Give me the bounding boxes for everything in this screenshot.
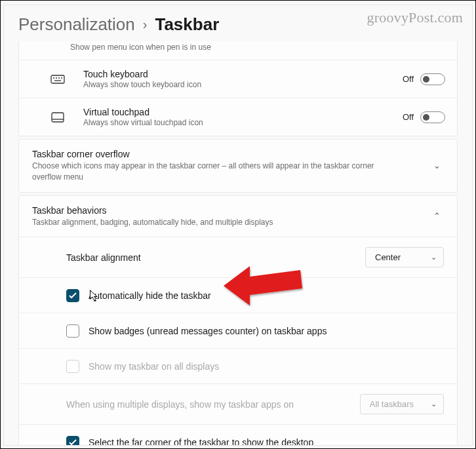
multi-display-label: When using multiple displays, show my ta… xyxy=(66,399,360,410)
taskbar-behaviors-header[interactable]: Taskbar behaviors Taskbar alignment, bad… xyxy=(19,196,457,237)
touch-keyboard-toggle[interactable] xyxy=(420,73,445,85)
virtual-touchpad-state: Off xyxy=(403,112,414,122)
watermark-text: groovyPost.com xyxy=(367,9,463,26)
show-badges-row[interactable]: Show badges (unread messages counter) on… xyxy=(19,313,457,348)
virtual-touchpad-toggle[interactable] xyxy=(420,111,445,123)
all-displays-checkbox xyxy=(66,360,79,373)
auto-hide-row[interactable]: Automatically hide the taskbar xyxy=(19,277,457,313)
show-badges-label: Show badges (unread messages counter) on… xyxy=(89,326,444,336)
touch-keyboard-desc: Always show touch keyboard icon xyxy=(83,80,403,89)
chevron-up-icon[interactable]: ⌃ xyxy=(429,211,444,221)
taskbar-alignment-value: Center xyxy=(375,252,401,262)
virtual-touchpad-desc: Always show virtual touchpad icon xyxy=(83,118,403,127)
touchpad-icon xyxy=(45,112,70,123)
overflow-title: Taskbar corner overflow xyxy=(32,149,429,159)
chevron-down-icon: ⌄ xyxy=(431,400,437,408)
taskbar-alignment-dropdown[interactable]: Center ⌄ xyxy=(365,247,444,267)
multi-display-row: When using multiple displays, show my ta… xyxy=(19,383,457,424)
svg-rect-0 xyxy=(51,75,64,83)
far-corner-row[interactable]: Select the far corner of the taskbar to … xyxy=(19,424,457,446)
breadcrumb-parent[interactable]: Personalization xyxy=(18,14,135,35)
chevron-down-icon: ⌄ xyxy=(431,253,437,262)
overflow-desc: Choose which icons may appear in the tas… xyxy=(32,161,399,183)
multi-display-dropdown: All taskbars ⌄ xyxy=(360,394,444,414)
auto-hide-checkbox[interactable] xyxy=(66,289,79,302)
auto-hide-label: Automatically hide the taskbar xyxy=(89,290,444,301)
taskbar-behaviors-card: Taskbar behaviors Taskbar alignment, bad… xyxy=(18,195,458,446)
show-badges-checkbox[interactable] xyxy=(66,324,79,338)
svg-rect-6 xyxy=(52,113,64,122)
breadcrumb-current: Taskbar xyxy=(155,14,219,35)
pen-menu-desc: Show pen menu icon when pen is in use xyxy=(70,43,445,52)
virtual-touchpad-title: Virtual touchpad xyxy=(83,107,403,117)
taskbar-overflow-card[interactable]: Taskbar corner overflow Choose which ico… xyxy=(18,139,458,193)
chevron-down-icon[interactable]: ⌄ xyxy=(429,161,444,170)
far-corner-checkbox[interactable] xyxy=(66,436,79,446)
all-displays-label: Show my taskbar on all displays xyxy=(89,361,444,372)
all-displays-row: Show my taskbar on all displays xyxy=(19,348,457,383)
chevron-right-icon: › xyxy=(143,17,148,32)
touch-keyboard-state: Off xyxy=(403,74,414,84)
multi-display-value: All taskbars xyxy=(370,399,414,409)
taskbar-alignment-row: Taskbar alignment Center ⌄ xyxy=(19,237,457,277)
far-corner-label: Select the far corner of the taskbar to … xyxy=(89,437,444,446)
taskbar-alignment-label: Taskbar alignment xyxy=(66,252,365,263)
behaviors-title: Taskbar behaviors xyxy=(32,205,429,216)
touch-keyboard-title: Touch keyboard xyxy=(83,69,403,79)
behaviors-desc: Taskbar alignment, badging, automaticall… xyxy=(32,217,399,228)
keyboard-icon xyxy=(45,75,70,84)
taskbar-corner-icons-card: Show pen menu icon when pen is in use To… xyxy=(18,41,458,136)
